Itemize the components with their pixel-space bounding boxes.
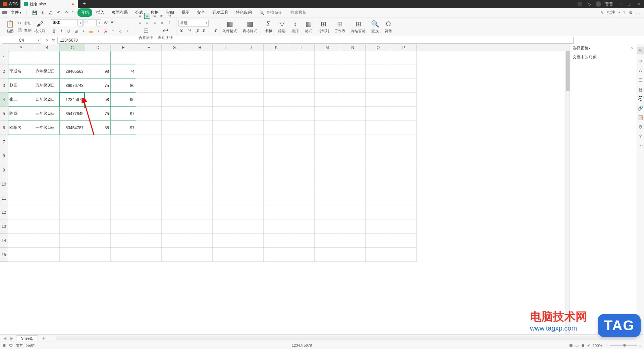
cell-A2[interactable]: 李成名 (8, 64, 34, 79)
cell-M8[interactable] (315, 149, 340, 163)
freeze-button[interactable]: ⊞冻结窗格 (350, 19, 367, 34)
cell-G6[interactable] (162, 121, 187, 135)
cell-O11[interactable] (366, 191, 391, 205)
cell-G10[interactable] (162, 177, 187, 191)
row-header-14[interactable]: 14 (0, 234, 8, 248)
cell-D13[interactable] (85, 219, 111, 234)
cell-I11[interactable] (213, 191, 238, 205)
cell-J6[interactable] (238, 121, 264, 135)
help-icon[interactable]: ? (623, 10, 626, 15)
tab-options-icon[interactable]: ⁝ (68, 1, 69, 7)
hamburger-icon[interactable] (1, 11, 7, 14)
font-name-input[interactable] (51, 19, 78, 26)
cell-L6[interactable] (289, 121, 315, 135)
col-header-H[interactable]: H (187, 44, 213, 51)
cell-A9[interactable] (8, 163, 34, 177)
cell-P14[interactable] (391, 234, 417, 248)
user-avatar-icon[interactable] (596, 1, 601, 7)
cond-format-button[interactable]: ▦条件格式 (221, 19, 238, 34)
cell-P6[interactable] (391, 121, 417, 135)
cell-J1[interactable] (238, 51, 264, 64)
cell-H11[interactable] (187, 191, 213, 205)
cell-D14[interactable] (85, 234, 111, 248)
cell-K15[interactable] (264, 248, 289, 262)
cell-F8[interactable] (136, 149, 162, 163)
cell-C2[interactable]: 28405563 (60, 64, 85, 79)
cell-H3[interactable] (187, 79, 213, 93)
cell-E8[interactable] (111, 149, 136, 163)
cell-P7[interactable] (391, 135, 417, 149)
copy-button[interactable]: ⿻复制 (17, 27, 32, 33)
cell-E7[interactable] (111, 135, 136, 149)
cell-P2[interactable] (391, 64, 417, 79)
cell-J14[interactable] (238, 234, 264, 248)
cell-M10[interactable] (315, 177, 340, 191)
more-icon[interactable]: ⋯ (638, 143, 643, 148)
cell-P11[interactable] (391, 191, 417, 205)
cell-D10[interactable] (85, 177, 111, 191)
cell-K1[interactable] (264, 51, 289, 64)
cell-P5[interactable] (391, 107, 417, 121)
cell-D9[interactable] (85, 163, 111, 177)
cell-O9[interactable] (366, 163, 391, 177)
cell-A15[interactable] (8, 248, 34, 262)
cell-L7[interactable] (289, 135, 315, 149)
currency-icon[interactable]: ¥ (178, 28, 184, 34)
cell-O4[interactable] (366, 93, 391, 107)
cell-P10[interactable] (391, 177, 417, 191)
underline-icon[interactable]: U (66, 28, 72, 34)
cell-M2[interactable] (315, 64, 340, 79)
cell-F13[interactable] (136, 219, 162, 234)
cell-I12[interactable] (213, 205, 238, 219)
cell-H8[interactable] (187, 149, 213, 163)
cell-G3[interactable] (162, 79, 187, 93)
cell-J10[interactable] (238, 177, 264, 191)
cell-I4[interactable] (213, 93, 238, 107)
cell-N13[interactable] (340, 219, 366, 234)
col-header-L[interactable]: L (289, 44, 315, 51)
cell-I5[interactable] (213, 107, 238, 121)
sort-button[interactable]: ↕排序 (290, 19, 301, 34)
col-header-J[interactable]: J (238, 44, 264, 51)
col-header-D[interactable]: D (85, 44, 111, 51)
cell-P4[interactable] (391, 93, 417, 107)
fill-color-icon[interactable]: ▬ (88, 28, 94, 34)
cell-A5[interactable]: 陈成 (8, 107, 34, 121)
cell-A3[interactable]: 赵四 (8, 79, 34, 93)
rowcol-button[interactable]: ⊞行和列 (317, 19, 330, 34)
col-header-G[interactable]: G (162, 44, 187, 51)
cell-C10[interactable] (60, 177, 85, 191)
select-all-corner[interactable] (0, 44, 8, 51)
skin-icon[interactable]: ◇ (586, 1, 592, 7)
cell-F15[interactable] (136, 248, 162, 262)
border-dropdown-icon[interactable]: ▾ (80, 28, 87, 34)
cell-O14[interactable] (366, 234, 391, 248)
cell-M4[interactable] (315, 93, 340, 107)
row-header-12[interactable]: 12 (0, 205, 8, 219)
cell-B10[interactable] (34, 177, 60, 191)
cell-P1[interactable] (391, 51, 417, 64)
font-size-dropdown[interactable]: ▾ (97, 19, 101, 27)
percent-icon[interactable]: % (186, 28, 193, 34)
refresh-icon[interactable]: ⟳ (638, 58, 643, 64)
cell-E9[interactable] (111, 163, 136, 177)
vertical-scrollbar[interactable] (566, 51, 570, 334)
wps-brand[interactable]: WPS (0, 2, 20, 6)
cell-C7[interactable] (60, 135, 85, 149)
horizontal-scrollbar[interactable] (56, 337, 635, 340)
row-header-6[interactable]: 6 (0, 121, 8, 135)
cell-L15[interactable] (289, 248, 315, 262)
sum-button[interactable]: Σ求和 (263, 19, 274, 34)
cell-E12[interactable] (111, 205, 136, 219)
row-header-13[interactable]: 13 (0, 219, 8, 234)
cell-L14[interactable] (289, 234, 315, 248)
cell-H1[interactable] (187, 51, 213, 64)
cell-E3[interactable]: 86 (111, 79, 136, 93)
cell-J12[interactable] (238, 205, 264, 219)
cell-O3[interactable] (366, 79, 391, 93)
document-tab-active[interactable]: 姓名.xlsx ⁝ ● (20, 0, 77, 8)
tab-insert[interactable]: 插入 (93, 8, 108, 17)
cell-K5[interactable] (264, 107, 289, 121)
cut-button[interactable]: ✂剪切 (17, 20, 32, 26)
cell-G12[interactable] (162, 205, 187, 219)
